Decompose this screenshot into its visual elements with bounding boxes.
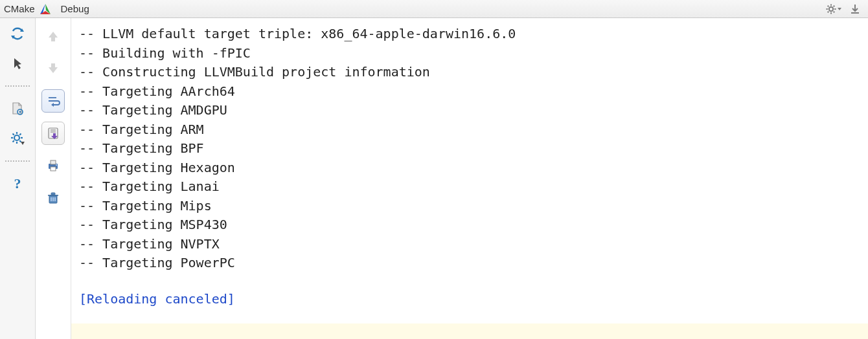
- console-status-line: [Reloading canceled]: [79, 290, 860, 309]
- console-line: -- Targeting PowerPC: [79, 254, 860, 273]
- left-sidebar: ?: [0, 18, 36, 339]
- cmake-triangle-icon: [39, 3, 52, 16]
- config-name-label: Debug: [61, 3, 89, 14]
- sidebar-separator: [5, 85, 30, 87]
- svg-marker-32: [49, 63, 58, 73]
- console-output[interactable]: -- LLVM default target triple: x86_64-ap…: [71, 18, 868, 323]
- svg-line-27: [13, 140, 14, 142]
- svg-line-28: [19, 134, 21, 135]
- svg-point-3: [829, 6, 833, 10]
- svg-text:?: ?: [14, 177, 21, 191]
- nav-up-button[interactable]: [41, 25, 65, 48]
- cursor-button[interactable]: [8, 54, 27, 72]
- titlebar: CMake Debug: [0, 0, 868, 18]
- console-line: -- LLVM default target triple: x86_64-ap…: [79, 25, 860, 44]
- console-line: -- Targeting AMDGPU: [79, 101, 860, 120]
- status-highlight-bar: [71, 323, 868, 339]
- file-settings-button[interactable]: [8, 100, 27, 118]
- svg-point-41: [56, 164, 57, 166]
- soft-wrap-button[interactable]: [41, 89, 65, 113]
- console-wrap: -- LLVM default target triple: x86_64-ap…: [71, 18, 868, 339]
- console-line: -- Targeting BPF: [79, 139, 860, 159]
- help-button[interactable]: ?: [8, 175, 27, 193]
- print-button[interactable]: [41, 154, 65, 177]
- scroll-to-end-button[interactable]: [41, 122, 65, 145]
- svg-marker-33: [51, 103, 54, 107]
- nav-down-button[interactable]: [41, 57, 65, 80]
- tool-name-label: CMake: [4, 3, 35, 14]
- svg-line-8: [828, 5, 829, 6]
- sidebar-separator: [5, 160, 30, 162]
- svg-rect-40: [51, 167, 56, 171]
- download-icon[interactable]: [849, 3, 862, 16]
- console-line: -- Building with -fPIC: [79, 44, 860, 63]
- svg-marker-29: [21, 142, 25, 145]
- svg-marker-12: [838, 8, 841, 10]
- console-line: -- Targeting ARM: [79, 120, 860, 140]
- main-area: ?: [0, 18, 868, 339]
- console-line: -- Targeting AArch64: [79, 82, 860, 102]
- console-line: -- Targeting MSP430: [79, 215, 860, 235]
- settings-button[interactable]: [8, 129, 27, 148]
- console-line: -- Targeting Hexagon: [79, 159, 860, 178]
- console-line: -- Targeting NVPTX: [79, 235, 860, 254]
- gear-dropdown-icon[interactable]: [825, 3, 842, 16]
- svg-line-9: [834, 11, 835, 12]
- svg-rect-43: [51, 193, 55, 195]
- svg-point-19: [19, 111, 21, 113]
- console-line: -- Constructing LLVMBuild project inform…: [79, 63, 860, 82]
- console-line: -- Targeting Mips: [79, 197, 860, 216]
- svg-marker-17: [14, 58, 21, 69]
- svg-rect-39: [51, 160, 56, 164]
- toolbar-column: [36, 18, 71, 339]
- svg-line-10: [828, 11, 829, 12]
- svg-point-20: [14, 135, 19, 140]
- console-line: -- Targeting Lanai: [79, 177, 860, 197]
- reload-button[interactable]: [8, 25, 27, 43]
- svg-line-25: [13, 134, 14, 135]
- svg-marker-31: [49, 32, 58, 41]
- svg-line-11: [834, 5, 835, 6]
- clear-button[interactable]: [41, 186, 65, 210]
